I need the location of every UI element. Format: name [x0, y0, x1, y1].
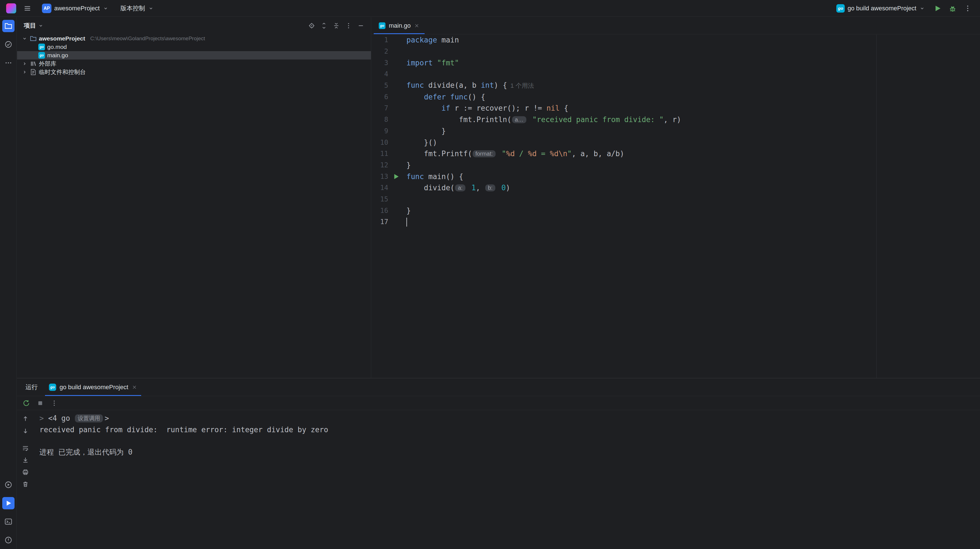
stop-icon[interactable] — [35, 398, 46, 408]
terminal-toolwindow-icon[interactable] — [2, 516, 14, 528]
tree-item-external-libraries[interactable]: 外部库 — [17, 60, 371, 68]
code-line[interactable]: 6 defer func() { — [371, 91, 980, 103]
go-icon: go — [49, 384, 56, 391]
chevron-down-icon — [148, 5, 154, 11]
close-icon[interactable] — [132, 384, 137, 390]
line-number: 10 — [371, 138, 404, 146]
tree-item-label: 临时文件和控制台 — [39, 68, 86, 76]
collapse-all-icon[interactable] — [331, 21, 341, 31]
go-icon: go — [836, 4, 845, 13]
run-button[interactable] — [931, 2, 943, 14]
run-gutter-icon[interactable] — [393, 173, 400, 180]
prev-occurrence-icon[interactable] — [21, 414, 30, 424]
title-bar: AP awesomeProject 版本控制 go go build aweso… — [0, 0, 980, 17]
code-line[interactable]: 1package main — [371, 34, 980, 46]
more-actions-icon[interactable] — [962, 2, 974, 14]
more-options-icon[interactable] — [344, 21, 353, 31]
project-avatar: AP — [42, 4, 51, 13]
chevron-down-icon[interactable] — [22, 35, 28, 41]
line-number: 13 — [371, 173, 404, 181]
debug-button[interactable] — [947, 2, 959, 14]
project-root-path: C:\Users\meow\GolandProjects\awesomeProj… — [90, 35, 205, 41]
run-config-selector[interactable]: go go build awesomeProject — [833, 3, 929, 14]
code-line[interactable]: 7 if r := recover(); r != nil { — [371, 103, 980, 114]
soft-wrap-icon[interactable] — [21, 443, 30, 453]
project-widget[interactable]: AP awesomeProject — [38, 2, 112, 15]
console-line[interactable]: 进程 已完成，退出代码为 0 — [37, 446, 980, 458]
clear-console-icon[interactable] — [21, 479, 30, 489]
code-line[interactable]: 14 divide(a: 1, b: 0) — [371, 182, 980, 194]
tab-run-go-build[interactable]: go go build awesomeProject — [45, 378, 141, 396]
close-icon[interactable] — [414, 23, 420, 29]
problems-toolwindow-icon[interactable] — [2, 534, 14, 546]
project-panel-header: 项目 — [17, 17, 371, 34]
services-toolwindow-icon[interactable] — [2, 479, 14, 491]
run-toolbar — [17, 396, 980, 410]
code-line[interactable]: 16} — [371, 205, 980, 216]
run-config-label: go build awesomeProject — [848, 5, 916, 12]
line-number: 12 — [371, 161, 404, 169]
run-tool-window: 运行 go go build awesomeProject — [17, 378, 980, 549]
code-line[interactable]: 12} — [371, 160, 980, 171]
print-icon[interactable] — [21, 467, 30, 477]
chevron-right-icon[interactable] — [22, 69, 28, 75]
project-panel-title: 项目 — [24, 22, 36, 30]
scroll-to-end-icon[interactable] — [21, 455, 30, 465]
chevron-right-icon[interactable] — [22, 60, 28, 67]
next-occurrence-icon[interactable] — [21, 426, 30, 436]
main-menu-icon[interactable] — [21, 2, 33, 14]
editor-tab-bar: go main.go — [371, 17, 980, 34]
tool-window-stripe — [0, 17, 17, 549]
line-number: 17 — [371, 218, 404, 226]
more-toolwindows-icon[interactable] — [2, 57, 14, 69]
text-caret — [406, 217, 407, 227]
project-tree: awesomeProject C:\Users\meow\GolandProje… — [17, 34, 371, 76]
vcs-widget[interactable]: 版本控制 — [117, 3, 158, 14]
run-panel-title: 运行 — [25, 383, 38, 392]
console-line[interactable]: > <4 go 设置调用> — [37, 413, 980, 424]
code-line[interactable]: 13func main() { — [371, 171, 980, 182]
line-number: 16 — [371, 207, 404, 214]
console-line[interactable] — [37, 435, 980, 446]
editor-area: go main.go 1package main23import "fmt"45… — [371, 17, 980, 378]
line-number: 1 — [371, 36, 404, 44]
tab-main-go[interactable]: go main.go — [374, 17, 425, 34]
line-number: 3 — [371, 59, 404, 67]
tree-item-scratches[interactable]: 临时文件和控制台 — [17, 68, 371, 76]
go-file-icon: go — [38, 52, 45, 59]
line-number: 15 — [371, 195, 404, 203]
code-line[interactable]: 2 — [371, 46, 980, 57]
run-tab-label: go build awesomeProject — [59, 384, 128, 391]
code-line[interactable]: 4 — [371, 68, 980, 80]
tab-label: main.go — [389, 22, 410, 29]
code-editor[interactable]: 1package main23import "fmt"45func divide… — [371, 34, 980, 228]
locate-file-icon[interactable] — [307, 21, 317, 31]
code-line[interactable]: 15 — [371, 194, 980, 205]
code-line[interactable]: 11 fmt.Printf(format: "%d / %d = %d\n", … — [371, 148, 980, 160]
chevron-down-icon[interactable] — [38, 23, 44, 29]
hide-panel-icon[interactable] — [356, 21, 366, 31]
code-line[interactable]: 8 fmt.Println(a… "received panic from di… — [371, 114, 980, 125]
run-toolwindow-icon[interactable] — [2, 497, 14, 509]
project-toolwindow-icon[interactable] — [2, 20, 14, 32]
rerun-icon[interactable] — [21, 398, 32, 408]
code-line[interactable]: 3import "fmt" — [371, 57, 980, 68]
run-panel-header: 运行 go go build awesomeProject — [17, 378, 980, 396]
chevron-down-icon — [103, 5, 109, 11]
tree-item-label: main.go — [47, 52, 68, 59]
tree-item-go-mod[interactable]: go go.mod — [17, 43, 371, 51]
commit-toolwindow-icon[interactable] — [2, 38, 14, 51]
tree-item-project-root[interactable]: awesomeProject C:\Users\meow\GolandProje… — [17, 34, 371, 43]
run-console-output[interactable]: > <4 go 设置调用>received panic from divide:… — [34, 411, 980, 549]
code-line[interactable]: 9 } — [371, 125, 980, 137]
expand-all-icon[interactable] — [319, 21, 329, 31]
more-options-icon[interactable] — [49, 398, 59, 408]
line-number: 5 — [371, 82, 404, 89]
console-line[interactable]: received panic from divide: runtime erro… — [37, 424, 980, 435]
code-line[interactable]: 10 }() — [371, 136, 980, 148]
code-line[interactable]: 5func divide(a, b int) {1 个用法 — [371, 80, 980, 91]
line-number: 2 — [371, 48, 404, 56]
code-line[interactable]: 17 — [371, 216, 980, 228]
console-gutter-toolbar — [17, 411, 34, 549]
tree-item-main-go[interactable]: go main.go — [17, 51, 371, 60]
